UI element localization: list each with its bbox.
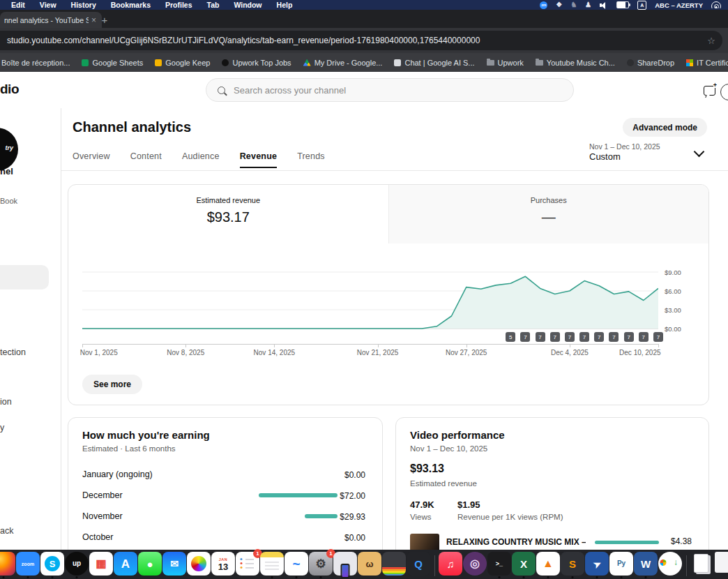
dock-reminders[interactable]: 1: [236, 552, 259, 576]
video-published-marker[interactable]: 7: [565, 332, 575, 342]
zoom-status-icon[interactable]: zm: [540, 1, 547, 9]
assistive-app-icon[interactable]: ♟: [585, 1, 591, 8]
menu-item-edit[interactable]: Edit: [11, 1, 25, 9]
dock-ms365-installer[interactable]: ↓: [658, 552, 682, 576]
tab-overview[interactable]: Overview: [73, 151, 110, 168]
input-source-icon[interactable]: A: [637, 1, 646, 10]
video-published-marker[interactable]: 7: [520, 332, 530, 342]
dock-notes[interactable]: [260, 552, 284, 576]
video-published-marker[interactable]: 7: [653, 332, 663, 342]
dock-launchpad-grid[interactable]: ▦: [89, 552, 113, 576]
bookmark-item[interactable]: Upwork: [487, 59, 524, 67]
revenue-line-chart[interactable]: [82, 264, 658, 329]
tab-close-icon[interactable]: ×: [91, 15, 96, 25]
dock-music[interactable]: ♫: [439, 552, 462, 576]
menu-item-profiles[interactable]: Profiles: [165, 1, 192, 9]
tab-content[interactable]: Content: [130, 151, 162, 168]
battery-icon[interactable]: [616, 1, 629, 8]
sidebar-item-fragment[interactable]: tection: [0, 347, 26, 357]
video-published-marker[interactable]: 7: [594, 332, 604, 342]
dock-skype[interactable]: S: [40, 552, 64, 576]
chevron-down-icon[interactable]: [694, 146, 705, 158]
dock-tunnelbear[interactable]: ω: [358, 552, 381, 576]
url-bar[interactable]: studio.youtube.com/channel/UCgGIij6NSrBZ…: [0, 31, 722, 50]
dock-mail[interactable]: ✉: [162, 552, 186, 576]
menu-status-area: zm ❖ ♞ ♟ A ABC – AZERTY: [540, 1, 721, 10]
video-thumbnail[interactable]: [410, 534, 439, 550]
menu-item-view[interactable]: View: [40, 1, 56, 9]
menu-item-tab[interactable]: Tab: [207, 1, 220, 9]
metric-purchases[interactable]: Purchases—: [388, 185, 709, 243]
sidebar-item-fragment[interactable]: ion: [0, 397, 12, 407]
metric-estimated-revenue[interactable]: Estimated revenue$93.17: [68, 185, 388, 243]
date-mode-label[interactable]: Custom: [589, 151, 621, 162]
video-published-marker[interactable]: 7: [550, 332, 560, 342]
video-published-marker[interactable]: 7: [536, 332, 545, 342]
wifi-icon[interactable]: [711, 1, 721, 8]
bookmark-item[interactable]: Google Sheets: [82, 59, 143, 67]
sidebar-item-analytics[interactable]: [0, 265, 49, 290]
dark-app-icon[interactable]: ♞: [570, 1, 577, 8]
dock-python-idle[interactable]: Py: [609, 552, 633, 576]
bookmark-item[interactable]: Google Keep: [155, 59, 210, 67]
video-published-marker[interactable]: 7: [639, 332, 649, 342]
dock-iphone-mirroring[interactable]: [333, 552, 357, 576]
shortcuts-icon[interactable]: ❖: [556, 1, 562, 8]
new-tab-button[interactable]: +: [98, 13, 112, 27]
tab-audience[interactable]: Audience: [182, 151, 220, 168]
dock-zoom[interactable]: zoom: [16, 552, 40, 576]
dock-excel[interactable]: X: [512, 552, 536, 576]
dock-calendar[interactable]: 13: [211, 552, 235, 576]
dock-app-store[interactable]: A: [114, 552, 137, 576]
search-box[interactable]: Search across your channel: [206, 78, 574, 102]
bookmark-item[interactable]: Chat | Google AI S...: [394, 59, 474, 67]
dock-documents-stack[interactable]: [690, 552, 714, 576]
dock-quicktime[interactable]: Q: [407, 552, 430, 576]
see-more-button[interactable]: See more: [82, 375, 142, 394]
browser-tab[interactable]: nnel analytics - YouTube S ×: [0, 12, 102, 28]
account-avatar[interactable]: [720, 84, 728, 100]
bookmark-star-icon[interactable]: ☆: [707, 36, 715, 46]
dock-photos[interactable]: [187, 552, 211, 576]
menu-item-window[interactable]: Window: [234, 1, 261, 9]
bookmark-item[interactable]: Upwork Top Jobs: [222, 59, 291, 67]
video-published-marker[interactable]: 7: [579, 332, 589, 342]
bookmark-favicon-folder: [536, 60, 543, 66]
dock-vlc[interactable]: ▲: [536, 552, 560, 576]
dock-tor-browser[interactable]: ◎: [463, 552, 487, 576]
dock-word[interactable]: W: [634, 552, 658, 576]
dock-system-settings[interactable]: ⚙1: [309, 552, 333, 576]
studio-logo[interactable]: dio: [0, 82, 19, 97]
bookmark-favicon-circle: [627, 59, 634, 66]
dock-freeform[interactable]: ~: [285, 552, 308, 576]
sidebar-item-fragment[interactable]: y: [0, 423, 4, 433]
sidebar-item-fragment[interactable]: ack: [0, 526, 13, 536]
input-source-label[interactable]: ABC – AZERTY: [655, 1, 703, 9]
dock-messages[interactable]: ●: [138, 552, 162, 576]
bookmark-item[interactable]: Boîte de réception...: [1, 59, 70, 67]
dock-terminal[interactable]: >_: [487, 552, 511, 576]
feedback-icon[interactable]: [704, 86, 715, 96]
menu-item-bookmarks[interactable]: Bookmarks: [111, 1, 151, 9]
video-published-marker[interactable]: 7: [624, 332, 634, 342]
dock-imovie[interactable]: [382, 552, 406, 576]
video-title[interactable]: RELAXING COUNTRY MUSIC MIX – Morni: [446, 537, 586, 547]
dock-upwork[interactable]: up: [65, 552, 89, 576]
video-published-marker[interactable]: 5: [506, 332, 515, 342]
menu-item-history[interactable]: History: [71, 1, 96, 9]
bookmark-item[interactable]: IT Certifications |...: [686, 59, 728, 67]
bookmark-item[interactable]: Youtube Music Ch...: [536, 59, 615, 67]
bookmark-item[interactable]: My Drive - Google...: [303, 59, 383, 67]
channel-avatar[interactable]: try: [0, 128, 18, 171]
tab-revenue[interactable]: Revenue: [240, 151, 278, 168]
menu-item-help[interactable]: Help: [277, 1, 293, 9]
mute-icon[interactable]: [600, 1, 608, 8]
dock-firefox[interactable]: [0, 552, 15, 576]
dock-bird-app[interactable]: ➤: [585, 552, 609, 576]
dock-file-partial[interactable]: [715, 552, 728, 573]
video-published-marker[interactable]: 7: [609, 332, 619, 342]
dock-sublime-text[interactable]: S: [561, 552, 584, 576]
tab-trends[interactable]: Trends: [297, 151, 325, 168]
bookmark-item[interactable]: ShareDrop: [627, 59, 674, 67]
advanced-mode-button[interactable]: Advanced mode: [623, 118, 707, 137]
